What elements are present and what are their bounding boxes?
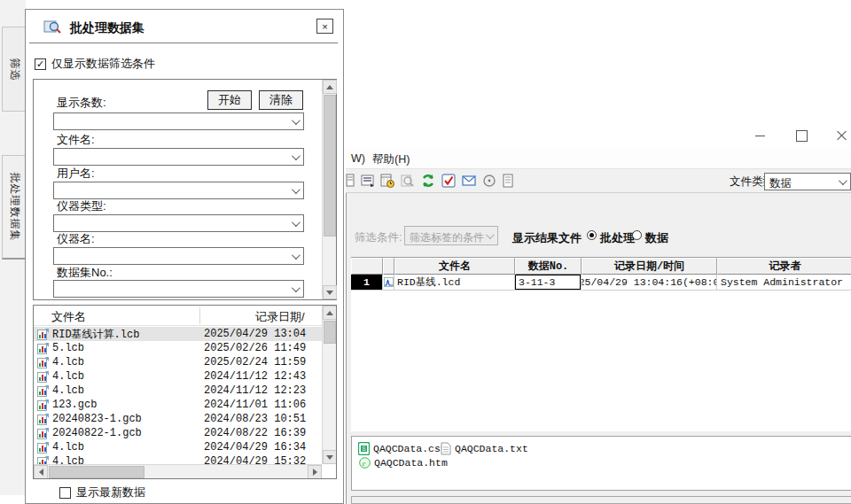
header-filename[interactable]: 文件名: [51, 309, 86, 325]
radio-data[interactable]: [632, 230, 642, 240]
tab-filter-label: 筛选: [6, 58, 21, 81]
radio-batch-label[interactable]: 批处理: [600, 230, 635, 246]
output-files-panel: S QAQCData.csv QAQCData.txt e: [351, 436, 851, 491]
list-hscrollbar[interactable]: [34, 464, 322, 478]
scroll-up-icon: [326, 311, 333, 315]
file-item-label: QAQCData.htm: [374, 457, 448, 469]
screen: W) 帮助(H): [0, 0, 851, 504]
chevron-down-icon: [839, 176, 847, 185]
show-result-file-label: 显示结果文件: [512, 230, 582, 246]
dataset-file-list: 文件名 记录日期/ RID基线计算.lcb2025/04/29 13:04 5.…: [33, 305, 337, 479]
recorder-cell[interactable]: System Administrator: [717, 275, 851, 291]
chart-file-icon: [37, 399, 49, 411]
radio-batch[interactable]: [587, 230, 597, 240]
list-item[interactable]: 4.lcb2024/04/29 16:34: [34, 440, 322, 454]
dataset-no-combo[interactable]: [53, 280, 304, 298]
filename-combo[interactable]: [53, 148, 304, 166]
scrollbar-thumb[interactable]: [324, 95, 336, 236]
list-item[interactable]: 123.gcb2024/11/01 11:06: [34, 398, 322, 412]
list-item[interactable]: RID基线计算.lcb2025/04/29 13:04: [34, 327, 322, 341]
chevron-down-icon: [486, 230, 495, 239]
list-item[interactable]: 20240823-1.gcb2024/08/23 10:51: [34, 412, 322, 426]
scrollbar-thumb[interactable]: [324, 321, 336, 344]
notepad-icon[interactable]: [500, 173, 516, 189]
chart-file-icon: [37, 428, 49, 439]
maximize-icon[interactable]: [794, 129, 808, 142]
col-rownum[interactable]: [351, 258, 383, 275]
schedule-calendar-clock-icon[interactable]: [379, 173, 395, 189]
close-x-glyph: ×: [322, 21, 327, 32]
list-item[interactable]: 4.lcb2024/11/12 12:23: [34, 384, 322, 398]
list-item[interactable]: 4.lcb2024/11/12 12:43: [34, 369, 322, 384]
instrument-name-combo[interactable]: [53, 247, 304, 265]
filter-label-dataset-no: 数据集No.:: [57, 265, 113, 281]
column-divider[interactable]: [199, 307, 200, 324]
list-vscrollbar[interactable]: [322, 306, 336, 464]
only-filter-checkbox[interactable]: ✓ 仅显示数据筛选条件: [35, 56, 155, 72]
chart-file-icon: [37, 442, 49, 454]
chart-file-icon: [37, 357, 49, 368]
chart-file-icon: [37, 385, 49, 397]
scroll-right-icon: [313, 469, 317, 476]
tab-filter[interactable]: 筛选: [2, 27, 25, 112]
scroll-down-icon: [326, 455, 333, 460]
checkbox-unchecked-icon: [59, 487, 71, 499]
checkbox-checked-icon: ✓: [35, 58, 46, 70]
username-combo[interactable]: [53, 182, 304, 199]
filter-condition-label: 筛选条件:: [355, 230, 402, 245]
col-datetime[interactable]: 记录日期/时间: [582, 258, 717, 275]
filter-condition-value: 筛选标签的条件: [410, 230, 484, 245]
col-recorder[interactable]: 记录者: [717, 258, 851, 275]
header-record-date[interactable]: 记录日期/: [255, 309, 305, 325]
data-no-cell[interactable]: 3-11-3: [515, 275, 582, 291]
datetime-cell[interactable]: 2025/04/29 13:04:16(+08:00): [582, 275, 717, 291]
tab-batch-dataset[interactable]: 批处理数据集: [2, 155, 25, 260]
data-file-icon-cell[interactable]: [383, 275, 394, 291]
filter-condition-combo[interactable]: 筛选标签的条件: [404, 226, 498, 245]
col-data-no[interactable]: 数据No.: [515, 258, 582, 275]
radio-data-label[interactable]: 数据: [645, 230, 668, 246]
scrollbar-thumb[interactable]: [49, 466, 144, 478]
report-list-icon[interactable]: [360, 173, 376, 189]
minimize-icon[interactable]: [753, 129, 768, 142]
filter-label-username: 用户名:: [57, 166, 95, 182]
menu-item-window-partial[interactable]: W): [351, 152, 365, 165]
htm-browser-icon: e: [359, 457, 371, 469]
file-item-csv[interactable]: S QAQCData.csv: [358, 442, 447, 455]
filter-label-count: 显示条数:: [57, 95, 106, 111]
history-clock-icon[interactable]: [481, 173, 497, 189]
filter-label-insttype: 仪器类型:: [57, 198, 106, 214]
filename-cell[interactable]: RID基线.lcd: [394, 275, 515, 291]
file-item-htm[interactable]: e QAQCData.htm: [359, 457, 448, 469]
menu-item-help[interactable]: 帮助(H): [372, 152, 410, 167]
file-type-combo[interactable]: 数据: [764, 173, 851, 190]
list-item[interactable]: 20240822-1.gcb2024/08/22 16:39: [34, 426, 322, 440]
list-item[interactable]: 4.lcb2025/02/24 11:59: [34, 355, 322, 369]
count-combo[interactable]: [53, 112, 304, 130]
file-item-label: QAQCData.txt: [455, 443, 528, 454]
scroll-left-icon: [39, 469, 43, 476]
dialog-title: 批处理数据集: [70, 20, 144, 36]
list-item[interactable]: 5.lcb2025/02/26 11:49: [34, 341, 322, 355]
file-item-txt[interactable]: QAQCData.txt: [441, 442, 528, 455]
qa-check-icon[interactable]: [441, 173, 457, 189]
latest-data-checkbox[interactable]: 显示最新数据: [59, 485, 145, 500]
chart-file-icon: [37, 343, 49, 354]
start-button[interactable]: 开始: [207, 90, 252, 110]
toolbar: 文件类型 数据: [346, 168, 851, 193]
col-filename[interactable]: 文件名: [394, 258, 515, 275]
tab-batch-dataset-label: 批处理数据集: [6, 173, 21, 242]
clear-button[interactable]: 清除: [259, 90, 303, 110]
dialog-close-button[interactable]: ×: [316, 19, 333, 34]
refresh-icon[interactable]: [420, 173, 436, 189]
mail-icon[interactable]: [461, 173, 477, 189]
row-number-cell[interactable]: 1: [351, 275, 383, 291]
lower-panel-edge: [351, 496, 851, 504]
dataset-search-icon: [43, 19, 61, 35]
close-icon[interactable]: [835, 129, 849, 142]
preview-search-icon-disabled[interactable]: [399, 173, 415, 189]
col-icon[interactable]: [383, 258, 394, 275]
instrument-type-combo[interactable]: [53, 214, 304, 232]
csv-file-icon: S: [358, 442, 370, 455]
filter-scrollbar[interactable]: [322, 80, 336, 299]
